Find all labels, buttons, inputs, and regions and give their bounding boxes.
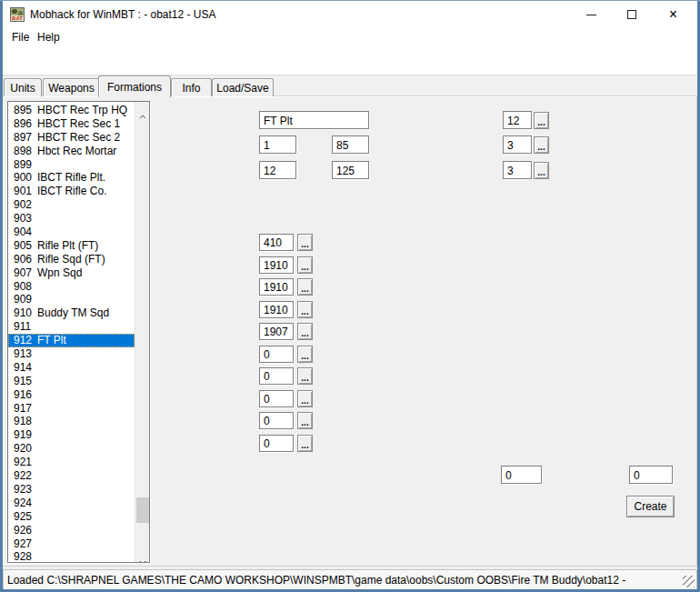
list-item-901[interactable]: 901IBCT Rifle Co. bbox=[8, 185, 135, 198]
list-item-910[interactable]: 910Buddy TM Sqd bbox=[8, 306, 135, 320]
list-item-900[interactable]: 900IBCT Rifle Plt. bbox=[8, 171, 135, 185]
unit-picker-button[interactable]: ... bbox=[297, 435, 313, 452]
nation-picker-button[interactable]: ... bbox=[534, 112, 549, 129]
menu-file[interactable]: File bbox=[8, 31, 33, 44]
list-item-909[interactable]: 909 bbox=[8, 293, 135, 306]
list-item-924[interactable]: 924 bbox=[8, 497, 135, 510]
tab-info[interactable]: Info bbox=[171, 78, 212, 96]
app-icon: BAT bbox=[10, 7, 25, 22]
app-window: BAT Mobhack for WinMBT : - obat12 - USA … bbox=[0, 0, 700, 592]
list-item-920[interactable]: 920 bbox=[8, 442, 135, 456]
tab-formations[interactable]: Formations bbox=[98, 75, 171, 97]
unit-picker-button[interactable]: ... bbox=[297, 367, 313, 385]
tab-weapons[interactable]: Weapons bbox=[43, 78, 100, 96]
unit-id-field[interactable]: 1907 bbox=[259, 323, 294, 340]
list-item-number: 915 bbox=[8, 375, 37, 388]
available-from-field[interactable]: 1 bbox=[259, 135, 296, 154]
list-item-905[interactable]: 905Rifle Plt (FT) bbox=[8, 239, 135, 253]
formation-type-picker-button[interactable]: ... bbox=[534, 162, 549, 179]
unit-id-field[interactable]: 0 bbox=[259, 435, 294, 452]
list-item-913[interactable]: 913 bbox=[8, 347, 135, 361]
unit-picker-button[interactable]: ... bbox=[297, 234, 313, 251]
list-item-899[interactable]: 899 bbox=[8, 158, 135, 172]
list-item-926[interactable]: 926 bbox=[8, 524, 135, 537]
formation-type-field[interactable]: 3 bbox=[503, 161, 532, 179]
purchase-picker-button[interactable]: ... bbox=[534, 136, 549, 154]
list-item-number: 899 bbox=[8, 158, 37, 172]
unit-id-field[interactable]: 0 bbox=[259, 367, 294, 385]
tab-units[interactable]: Units bbox=[4, 78, 42, 96]
experience-modifier-field[interactable]: 0 bbox=[501, 466, 542, 484]
purchase-screen-field[interactable]: 3 bbox=[503, 135, 532, 154]
list-item-903[interactable]: 903 bbox=[8, 212, 135, 226]
unit-picker-button[interactable]: ... bbox=[297, 278, 313, 296]
unit-picker-button[interactable]: ... bbox=[297, 412, 313, 429]
list-item-number: 926 bbox=[8, 524, 37, 537]
unit-id-field[interactable]: 0 bbox=[259, 346, 294, 363]
list-scrollbar[interactable] bbox=[135, 102, 149, 562]
list-item-898[interactable]: 898Hbct Rec Mortar bbox=[8, 145, 135, 158]
list-item-906[interactable]: 906Rifle Sqd (FT) bbox=[8, 253, 135, 266]
list-item-922[interactable]: 922 bbox=[8, 469, 135, 483]
tab-loadsave[interactable]: Load/Save bbox=[212, 78, 274, 96]
list-item-908[interactable]: 908 bbox=[8, 280, 135, 294]
scroll-thumb[interactable] bbox=[136, 497, 149, 523]
menu-help[interactable]: Help bbox=[34, 31, 64, 44]
list-item-915[interactable]: 915 bbox=[8, 375, 135, 388]
list-item-917[interactable]: 917 bbox=[8, 402, 135, 416]
formation-list: 895HBCT Rec Trp HQ896HBCT Rec Sec 1897HB… bbox=[8, 104, 135, 562]
resize-grip[interactable] bbox=[683, 576, 695, 587]
list-item-number: 917 bbox=[8, 402, 37, 416]
list-item-918[interactable]: 918 bbox=[8, 415, 135, 428]
available-from-of-field[interactable]: 85 bbox=[332, 135, 369, 154]
scroll-up-button[interactable] bbox=[135, 102, 150, 116]
list-item-902[interactable]: 902 bbox=[8, 198, 135, 212]
list-item-911[interactable]: 911 bbox=[8, 320, 135, 334]
list-item-914[interactable]: 914 bbox=[8, 361, 135, 375]
list-item-927[interactable]: 927 bbox=[8, 537, 135, 551]
unit-picker-button[interactable]: ... bbox=[297, 346, 313, 363]
list-item-number: 922 bbox=[8, 469, 37, 483]
maximize-button[interactable] bbox=[612, 1, 653, 28]
list-item-897[interactable]: 897HBCT Rec Sec 2 bbox=[8, 131, 135, 145]
list-item-907[interactable]: 907Wpn Sqd bbox=[8, 266, 135, 280]
unit-id-field[interactable]: 410 bbox=[259, 234, 294, 251]
unit-picker-button[interactable]: ... bbox=[297, 256, 313, 274]
menu-bar: File Help bbox=[3, 28, 697, 46]
list-item-number: 920 bbox=[8, 442, 37, 456]
minimize-button[interactable] bbox=[571, 1, 612, 28]
unit-id-field[interactable]: 0 bbox=[259, 412, 294, 429]
unit-picker-button[interactable]: ... bbox=[297, 323, 313, 340]
list-item-number: 902 bbox=[8, 198, 37, 212]
morale-modifier-field[interactable]: 0 bbox=[629, 466, 673, 484]
list-item-919[interactable]: 919 bbox=[8, 428, 135, 442]
nation-field[interactable]: 12 bbox=[503, 111, 532, 129]
list-item-904[interactable]: 904 bbox=[8, 226, 135, 239]
close-button[interactable]: × bbox=[653, 1, 694, 28]
list-item-916[interactable]: 916 bbox=[8, 388, 135, 402]
status-bar: Loaded C:\SHRAPNEL GAMES\THE CAMO WORKSH… bbox=[3, 569, 697, 590]
list-item-number: 912 bbox=[8, 334, 37, 347]
unit-picker-button[interactable]: ... bbox=[297, 301, 313, 318]
list-item-921[interactable]: 921 bbox=[8, 456, 135, 469]
until-of-field[interactable]: 125 bbox=[332, 161, 369, 179]
unit-id-field[interactable]: 1910 bbox=[259, 301, 294, 318]
list-item-925[interactable]: 925 bbox=[8, 510, 135, 524]
formation-name-field[interactable]: FT Plt bbox=[259, 111, 369, 129]
create-button[interactable]: Create bbox=[626, 496, 675, 517]
list-item-912[interactable]: 912FT Plt bbox=[8, 334, 135, 347]
list-item-number: 895 bbox=[8, 104, 37, 117]
list-item-number: 901 bbox=[8, 185, 37, 198]
unit-id-field[interactable]: 0 bbox=[259, 390, 294, 407]
unit-id-field[interactable]: 1910 bbox=[259, 278, 294, 296]
unit-id-field[interactable]: 1910 bbox=[259, 256, 294, 274]
list-item-895[interactable]: 895HBCT Rec Trp HQ bbox=[8, 104, 135, 117]
list-item-928[interactable]: 928 bbox=[8, 550, 135, 562]
list-item-923[interactable]: 923 bbox=[8, 483, 135, 497]
scroll-down-button[interactable] bbox=[135, 547, 150, 562]
unit-picker-button[interactable]: ... bbox=[297, 390, 313, 407]
list-item-896[interactable]: 896HBCT Rec Sec 1 bbox=[8, 117, 135, 131]
list-item-name: Wpn Sqd bbox=[37, 266, 82, 279]
list-item-name: IBCT Rifle Plt. bbox=[37, 171, 105, 184]
until-field[interactable]: 12 bbox=[259, 161, 296, 179]
